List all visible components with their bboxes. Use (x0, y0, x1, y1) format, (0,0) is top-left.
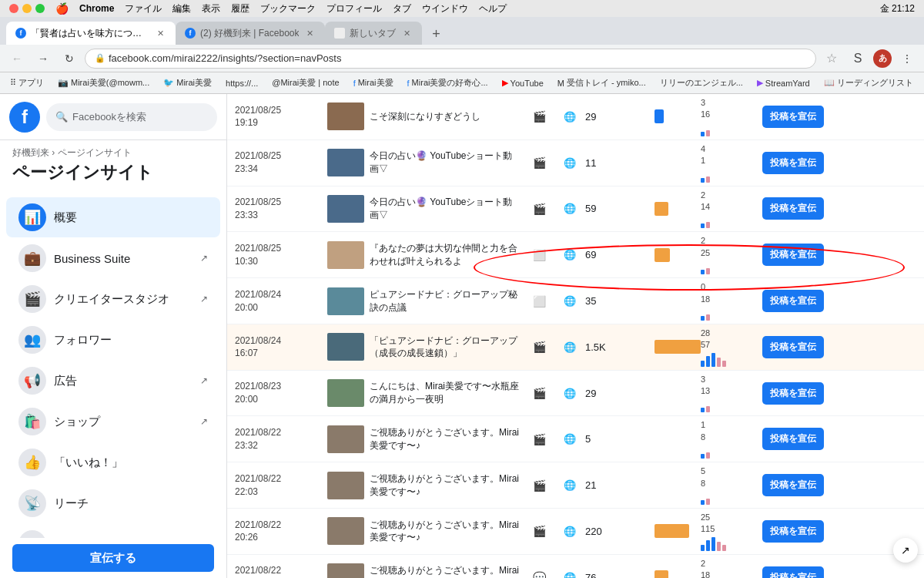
post-promote-button[interactable]: 投稿を宣伝 (762, 566, 824, 578)
bookmark-twitter[interactable]: 🐦 Mirai美愛 (159, 76, 216, 90)
profile-button[interactable]: あ (873, 49, 892, 68)
url-input[interactable]: 🔒 facebook.com/mirai2222/insights/?secti… (85, 49, 816, 69)
bookmark-reading-list[interactable]: 📖 リーディングリスト (820, 76, 917, 90)
bar-seg-small-1 (701, 178, 705, 183)
extensions-button[interactable]: S (847, 48, 869, 69)
bookmark-streamyard[interactable]: ▶ StreamYard (753, 76, 814, 89)
refresh-button[interactable]: ↻ (59, 48, 80, 69)
mac-menu-history[interactable]: 履歴 (231, 2, 249, 15)
posts-table: 2021/08/2519:19 こそ深刻になりすぎどうし 🎬 🌐 29 3 16… (227, 94, 924, 578)
close-window-btn[interactable] (9, 4, 18, 13)
bookmark-url[interactable]: https://... (222, 77, 262, 89)
engage-bot: 16 (701, 109, 762, 120)
pageview-label: ページビュー (54, 537, 123, 539)
forward-button[interactable]: → (32, 48, 54, 69)
post-date: 2021/08/2519:19 (235, 104, 327, 130)
bookmark-lily[interactable]: リリーのエンジェル... (656, 76, 747, 90)
post-engagement: 2 14 (701, 190, 762, 229)
mac-menu-edit[interactable]: 編集 (172, 2, 191, 15)
bookmark-instagram[interactable]: 📷 Mirai美愛(@mowm... (54, 76, 153, 90)
post-promote-button[interactable]: 投稿を宣伝 (762, 336, 824, 358)
post-bar-area (654, 566, 701, 578)
post-reach: 69 (585, 249, 654, 260)
mac-menu-profile[interactable]: プロフィール (326, 2, 382, 15)
mac-menu-apple[interactable]: 🍎 (55, 2, 69, 15)
sidebar-item-reach[interactable]: 📡 リーチ (6, 483, 220, 523)
maximize-window-btn[interactable] (35, 4, 45, 13)
business-label: Business Suite (54, 252, 130, 265)
engage-top: 2 (701, 235, 762, 247)
post-engagement: 25 115 (701, 512, 762, 551)
post-type-icon: 🎬 (524, 156, 554, 169)
post-promote-button[interactable]: 投稿を宣伝 (762, 382, 824, 405)
window-controls[interactable] (9, 4, 45, 13)
fb-search-bar[interactable]: 🔍 Facebookを検索 (46, 103, 217, 131)
sidebar-item-business[interactable]: 💼 Business Suite ↗ (6, 238, 220, 278)
table-row: 2021/08/2523:34 今日の占い🔮 YouTubeショート動画▽ 🎬 … (227, 140, 924, 187)
mac-menu-help[interactable]: ヘルプ (479, 2, 507, 15)
mac-menu-view[interactable]: 表示 (202, 2, 220, 15)
bar-seg-small-1 (701, 316, 705, 321)
bar-seg-small-1 (701, 270, 705, 274)
post-promote-button[interactable]: 投稿を宣伝 (762, 474, 824, 496)
back-button[interactable]: ← (6, 48, 28, 69)
sidebar-item-shop[interactable]: 🛍️ ショップ ↗ (6, 402, 220, 442)
overview-icon: 📊 (18, 203, 46, 231)
bookmark-youtube[interactable]: ▶ YouTube (498, 76, 547, 89)
sidebar-item-ads[interactable]: 📢 広告 ↗ (6, 361, 220, 401)
new-tab-button[interactable]: + (425, 23, 447, 45)
post-thumbnail (327, 472, 364, 499)
lock-icon: 🔒 (95, 53, 105, 63)
bookmark-gmail[interactable]: M 受信トレイ - ymiko... (554, 76, 650, 90)
post-promote-button[interactable]: 投稿を宣伝 (762, 106, 824, 128)
share-icon: ⬜ (533, 295, 546, 307)
sidebar-item-pageview[interactable]: 👁️ ページビュー (6, 524, 220, 538)
post-text: ご視聴ありがとうございます。Mirai美愛です〜♪ (370, 426, 524, 452)
bar-seg-5 (722, 361, 726, 367)
tab-2-close[interactable]: ✕ (303, 27, 316, 39)
tab-1-close[interactable]: ✕ (154, 27, 166, 39)
mac-menu-tab[interactable]: タブ (393, 2, 411, 15)
reach-bar (654, 202, 668, 216)
bar-seg-2 (706, 356, 710, 367)
tab-1[interactable]: f 「賢者は占いを味方につけて運命...」 ✕ (6, 22, 176, 45)
bookmark-star-icon[interactable]: ☆ (821, 48, 842, 69)
tab-3[interactable]: 新しいタブ ✕ (325, 22, 422, 45)
engage-bot: 1 (701, 155, 762, 166)
sidebar-item-followers[interactable]: 👥 フォロワー (6, 320, 220, 360)
tab-2[interactable]: f (2) 好機到来 | Facebook ✕ (176, 22, 325, 45)
post-promote-button[interactable]: 投稿を宣伝 (762, 152, 824, 174)
post-promote-button[interactable]: 投稿を宣伝 (762, 197, 824, 220)
sidebar-item-overview[interactable]: 📊 概要 (6, 197, 220, 237)
post-text: 「ピュアシードナビ：グローアップ（成長の成長速鎖）」 (370, 334, 524, 361)
post-text: こそ深刻になりすぎどうし (370, 110, 524, 123)
share-icon: ⬜ (533, 249, 546, 261)
bookmark-fb1[interactable]: f Mirai美愛 (350, 76, 397, 90)
mac-menu-chrome[interactable]: Chrome (79, 3, 114, 14)
bookmark-fb2[interactable]: f Mirai美愛の好奇心... (403, 76, 492, 90)
mac-menu-bookmarks[interactable]: ブックマーク (260, 2, 316, 15)
bookmark-apps[interactable]: ⠿ アプリ (6, 76, 48, 90)
engagement-bar (701, 351, 762, 367)
post-promote-button[interactable]: 投稿を宣伝 (762, 520, 824, 543)
bookmark-note[interactable]: @Mirai美愛 | note (268, 76, 343, 90)
sidebar-item-creator[interactable]: 🎬 クリエイタースタジオ ↗ (6, 279, 220, 319)
mac-menu-window[interactable]: ウインドウ (422, 2, 468, 15)
share-action-button[interactable]: ↗ (893, 538, 918, 563)
post-reach: 35 (585, 295, 654, 307)
chrome-menu-button[interactable]: ⋮ (896, 48, 918, 69)
fb-content-area: 2021/08/2519:19 こそ深刻になりすぎどうし 🎬 🌐 29 3 16… (227, 94, 924, 578)
post-promote-button[interactable]: 投稿を宣伝 (762, 428, 824, 450)
promote-button[interactable]: 宣伝する (12, 544, 214, 572)
post-promote-button[interactable]: 投稿を宣伝 (762, 290, 824, 312)
minimize-window-btn[interactable] (22, 4, 32, 13)
globe-icon: 🌐 (564, 526, 576, 537)
post-thumbnail (327, 149, 364, 176)
post-promote-button[interactable]: 投稿を宣伝 (762, 244, 824, 266)
tab-3-close[interactable]: ✕ (400, 27, 413, 39)
post-visibility-icon: 🌐 (554, 479, 585, 491)
post-date: 2021/08/2523:33 (235, 196, 327, 222)
engage-top: 28 (701, 328, 762, 339)
mac-menu-file[interactable]: ファイル (125, 2, 162, 15)
sidebar-item-likes[interactable]: 👍 「いいね！」 (6, 442, 220, 482)
